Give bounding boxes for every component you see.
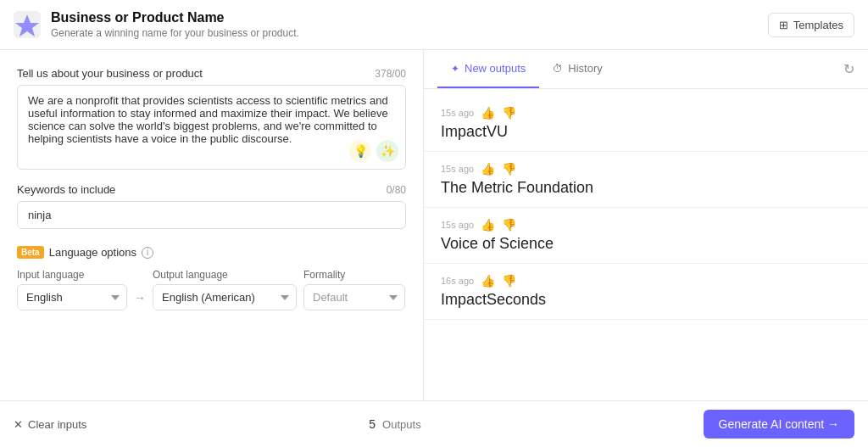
templates-icon: ⊞ [779, 19, 788, 31]
sparkle-tab-icon: ✦ [451, 63, 459, 75]
formality-group: Formality Default Formal Informal [303, 269, 405, 310]
output-name: ImpactVU [441, 123, 851, 141]
input-language-select[interactable]: English German French Spanish [17, 284, 127, 310]
templates-button[interactable]: ⊞ Templates [768, 13, 854, 37]
header-brand: Business or Product Name Generate a winn… [14, 10, 299, 39]
description-field: Tell us about your business or product 3… [17, 67, 406, 170]
tabs-group: ✦ New outputs ⏱ History [437, 50, 616, 88]
language-row: Input language English German French Spa… [17, 269, 406, 310]
formality-label: Formality [303, 269, 405, 281]
magic-icon[interactable]: ✨ [376, 140, 398, 162]
output-thumbs-up[interactable]: 👍 [481, 162, 495, 176]
keywords-char-count: 0/80 [387, 184, 406, 196]
output-thumbs-up[interactable]: 👍 [481, 274, 495, 288]
clock-tab-icon: ⏱ [553, 63, 563, 75]
output-thumbs-up[interactable]: 👍 [481, 106, 495, 120]
clear-inputs-button[interactable]: ✕ Clear inputs [14, 418, 86, 431]
textarea-action-icons: 💡 ✨ [349, 140, 398, 162]
output-item: 15s ago 👍 👎 Voice of Science [424, 208, 868, 264]
lightbulb-icon[interactable]: 💡 [349, 140, 371, 162]
output-thumbs-down[interactable]: 👎 [502, 274, 516, 288]
outputs-count-section: 5 Outputs [369, 417, 420, 431]
output-time: 15s ago [441, 164, 474, 174]
output-language-group: Output language English (American) Engli… [153, 269, 297, 310]
output-time: 15s ago [441, 220, 474, 230]
language-options-label: Beta Language options i [17, 246, 406, 259]
outputs-count-value: 5 [369, 417, 376, 431]
output-item: 15s ago 👍 👎 ImpactVU [424, 96, 868, 152]
output-thumbs-down[interactable]: 👎 [502, 162, 516, 176]
output-item: 15s ago 👍 👎 The Metric Foundation [424, 152, 868, 208]
outputs-label: Outputs [382, 418, 421, 431]
output-time: 16s ago [441, 276, 474, 286]
generate-button[interactable]: Generate AI content → [704, 410, 854, 439]
output-language-select[interactable]: English (American) English (British) Ger… [153, 284, 297, 310]
output-time: 15s ago [441, 108, 474, 118]
keywords-input[interactable] [17, 201, 406, 229]
outputs-list: 15s ago 👍 👎 ImpactVU 15s ago 👍 👎 The Met… [424, 89, 868, 400]
beta-badge: Beta [17, 246, 44, 259]
app-title: Business or Product Name [51, 10, 299, 25]
tab-new-outputs[interactable]: ✦ New outputs [437, 50, 539, 88]
info-icon[interactable]: i [142, 247, 153, 259]
app-subtitle: Generate a winning name for your busines… [51, 27, 299, 39]
output-thumbs-up[interactable]: 👍 [481, 218, 495, 232]
output-meta: 15s ago 👍 👎 [441, 162, 851, 176]
description-textarea[interactable]: We are a nonprofit that provides scienti… [18, 86, 405, 166]
right-tabs-bar: ✦ New outputs ⏱ History ↻ [424, 50, 868, 89]
header-title-group: Business or Product Name Generate a winn… [51, 10, 299, 39]
logo-icon [14, 11, 41, 38]
app-header: Business or Product Name Generate a winn… [0, 0, 868, 50]
description-textarea-wrapper: We are a nonprofit that provides scienti… [17, 85, 406, 170]
output-thumbs-down[interactable]: 👎 [502, 218, 516, 232]
refresh-icon[interactable]: ↻ [843, 61, 854, 77]
output-item: 16s ago 👍 👎 ImpactSeconds [424, 264, 868, 320]
description-char-count: 378/00 [375, 68, 406, 80]
output-name: The Metric Foundation [441, 179, 851, 197]
output-name: ImpactSeconds [441, 291, 851, 309]
clear-x-icon: ✕ [14, 418, 23, 431]
footer-bar: ✕ Clear inputs 5 Outputs Generate AI con… [0, 400, 868, 447]
left-panel: Tell us about your business or product 3… [0, 50, 424, 400]
right-panel: ✦ New outputs ⏱ History ↻ 15s ago 👍 👎 Im… [424, 50, 868, 400]
keywords-label: Keywords to include 0/80 [17, 183, 406, 196]
input-language-group: Input language English German French Spa… [17, 269, 127, 310]
output-thumbs-down[interactable]: 👎 [502, 106, 516, 120]
tab-history[interactable]: ⏱ History [539, 50, 615, 88]
description-label: Tell us about your business or product 3… [17, 67, 406, 80]
output-meta: 15s ago 👍 👎 [441, 218, 851, 232]
output-language-label: Output language [153, 269, 297, 281]
output-name: Voice of Science [441, 235, 851, 253]
keywords-field: Keywords to include 0/80 [17, 183, 406, 229]
main-layout: Tell us about your business or product 3… [0, 50, 868, 400]
output-meta: 16s ago 👍 👎 [441, 274, 851, 288]
formality-select[interactable]: Default Formal Informal [303, 284, 405, 310]
arrow-right-icon: → [134, 291, 146, 305]
output-meta: 15s ago 👍 👎 [441, 106, 851, 120]
language-options-section: Beta Language options i Input language E… [17, 246, 406, 310]
input-language-label: Input language [17, 269, 127, 281]
